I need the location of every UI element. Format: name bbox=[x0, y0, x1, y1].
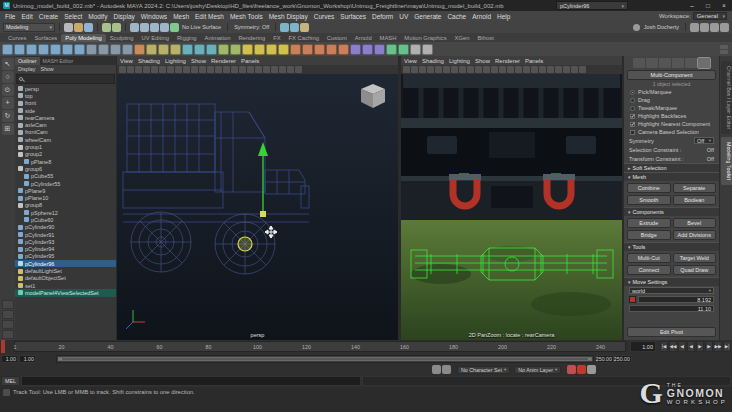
insert-edge-loop-icon[interactable] bbox=[266, 44, 277, 55]
symmetry-status[interactable]: Symmetry: Off bbox=[232, 24, 271, 30]
shelf-tab[interactable]: Curves bbox=[4, 34, 30, 42]
isolate-select-icon[interactable] bbox=[563, 66, 570, 73]
safe-title-icon[interactable] bbox=[223, 66, 230, 73]
viewport-menu-item[interactable]: Show bbox=[191, 58, 206, 64]
safe-action-icon[interactable] bbox=[215, 66, 222, 73]
vertex-mode-icon[interactable] bbox=[646, 58, 658, 68]
camera-attributes-icon[interactable] bbox=[419, 66, 426, 73]
face-mode-icon[interactable] bbox=[672, 58, 684, 68]
select-tool-icon[interactable]: ↖ bbox=[2, 58, 14, 70]
outliner-panel-tab[interactable]: Outliner bbox=[15, 57, 40, 65]
outliner-menu-item[interactable]: Show bbox=[40, 66, 53, 72]
outliner-item[interactable]: wheelCam bbox=[15, 136, 116, 143]
step-forward-frame-button[interactable]: ▶▶ bbox=[714, 341, 722, 352]
safe-title-icon[interactable] bbox=[507, 66, 514, 73]
maximize-button[interactable]: □ bbox=[700, 0, 716, 11]
shelf-tab[interactable]: Custom bbox=[323, 34, 351, 42]
outliner-item[interactable]: frontCam bbox=[15, 129, 116, 136]
outliner-item[interactable]: modelPanel4ViewSelectedSet bbox=[15, 289, 116, 296]
mesh-command-button[interactable]: Combine bbox=[627, 183, 671, 193]
move-settings-section[interactable]: Move Settings bbox=[624, 277, 719, 286]
smooth-icon[interactable] bbox=[218, 44, 229, 55]
play-forward-button[interactable]: ▶ bbox=[696, 341, 704, 352]
outliner-item[interactable]: pCube60 bbox=[15, 216, 116, 223]
paint-select-tool-icon[interactable]: ⊙ bbox=[2, 84, 14, 96]
playback-options-icon[interactable] bbox=[432, 365, 441, 374]
soft-selection-section[interactable]: Soft Selection bbox=[624, 163, 719, 172]
viewport-menu-item[interactable]: Lighting bbox=[165, 58, 186, 64]
shelf-tab[interactable]: Animation bbox=[201, 34, 235, 42]
poly-gear-icon[interactable] bbox=[86, 44, 97, 55]
viewport-menu-item[interactable]: Panels bbox=[525, 58, 543, 64]
bookmarks-icon[interactable] bbox=[143, 66, 150, 73]
grease-pencil-icon[interactable] bbox=[167, 66, 174, 73]
viewport-menu-item[interactable]: Renderer bbox=[495, 58, 520, 64]
viewport-menu-item[interactable]: View bbox=[404, 58, 417, 64]
component-command-button[interactable]: Bevel bbox=[673, 218, 717, 228]
multi-component-header[interactable]: Multi-Component bbox=[627, 70, 716, 80]
attribute-editor-toggle-icon[interactable] bbox=[690, 23, 699, 32]
checkbox[interactable] bbox=[630, 114, 635, 119]
range-slider-bar[interactable] bbox=[58, 357, 592, 361]
component-command-button[interactable]: Extrude bbox=[627, 218, 671, 228]
tool-settings-toggle-icon[interactable] bbox=[700, 23, 709, 32]
current-time-indicator[interactable] bbox=[1, 340, 5, 353]
outliner-item[interactable]: pCylinder94 bbox=[15, 246, 116, 253]
playback-end-field[interactable]: 250.00 bbox=[597, 355, 614, 363]
quad-draw-icon[interactable] bbox=[386, 44, 397, 55]
menu-item[interactable]: Mesh Display bbox=[266, 13, 311, 20]
persp-uv-layout-icon[interactable] bbox=[2, 330, 14, 339]
no-live-surface-label[interactable]: No Live Surface bbox=[180, 24, 223, 30]
outliner-item[interactable]: rearCamera bbox=[15, 114, 116, 121]
shelf-tab[interactable]: Motion Graphics bbox=[400, 34, 450, 42]
menu-item[interactable]: UV bbox=[396, 13, 411, 20]
extrude-icon[interactable] bbox=[290, 44, 301, 55]
current-frame-field[interactable]: 1.00 bbox=[630, 341, 656, 352]
outliner-item[interactable]: group8 bbox=[15, 202, 116, 209]
film-gate-icon[interactable] bbox=[467, 66, 474, 73]
average-vertices-icon[interactable] bbox=[374, 44, 385, 55]
components-section[interactable]: Components bbox=[624, 207, 719, 216]
wireframe-on-shaded-icon[interactable] bbox=[579, 66, 586, 73]
set-key-icon[interactable] bbox=[567, 365, 576, 374]
default-lighting-icon[interactable] bbox=[247, 66, 254, 73]
shelf-tab[interactable]: Rigging bbox=[173, 34, 201, 42]
menu-item[interactable]: Modify bbox=[85, 13, 110, 20]
persp-outliner-layout-icon[interactable] bbox=[2, 320, 14, 329]
checkbox[interactable] bbox=[630, 90, 635, 95]
append-to-poly-icon[interactable] bbox=[338, 44, 349, 55]
frame-all-icon[interactable] bbox=[231, 66, 238, 73]
edit-pivot-button[interactable]: Edit Pivot bbox=[627, 327, 716, 337]
menu-item[interactable]: Mesh bbox=[170, 13, 192, 20]
outliner-item[interactable]: pCylinder91 bbox=[15, 231, 116, 238]
frame-selection-icon[interactable] bbox=[523, 66, 530, 73]
animation-end-field[interactable]: 250.00 bbox=[615, 355, 632, 363]
toolkit-option[interactable]: Highlight Nearest Component bbox=[624, 120, 719, 128]
poly-cube-icon[interactable] bbox=[14, 44, 25, 55]
ambient-occlusion-icon[interactable] bbox=[263, 66, 270, 73]
save-scene-icon[interactable] bbox=[84, 23, 93, 32]
lasso-tool-icon[interactable]: ○ bbox=[2, 71, 14, 83]
multi-component-mode-icon[interactable] bbox=[698, 58, 710, 68]
viewport-menu-item[interactable]: Shading bbox=[422, 58, 444, 64]
outliner-item[interactable]: front bbox=[15, 100, 116, 107]
axis-orientation-dropdown[interactable]: world bbox=[629, 287, 714, 294]
frame-all-icon[interactable] bbox=[515, 66, 522, 73]
gate-mask-icon[interactable] bbox=[199, 66, 206, 73]
outliner-search[interactable] bbox=[16, 74, 115, 84]
viewport-menu-item[interactable]: Shading bbox=[138, 58, 160, 64]
viewport-menu-item[interactable]: View bbox=[120, 58, 133, 64]
toolkit-option[interactable]: Pick/Marquee bbox=[624, 88, 719, 96]
menu-item[interactable]: Edit bbox=[18, 13, 35, 20]
component-command-button[interactable]: Bridge bbox=[627, 230, 671, 240]
separate-icon[interactable] bbox=[158, 44, 169, 55]
move-tool-icon[interactable]: + bbox=[2, 97, 14, 109]
perspective-viewport-canvas[interactable]: persp bbox=[117, 74, 398, 340]
tool-command-button[interactable]: Multi-Cut bbox=[627, 253, 671, 263]
checkbox[interactable] bbox=[630, 106, 635, 111]
offset-edge-loop-icon[interactable] bbox=[278, 44, 289, 55]
multi-cut-icon[interactable] bbox=[242, 44, 253, 55]
shelf-tab[interactable]: XGen bbox=[451, 34, 474, 42]
menu-item[interactable]: Curves bbox=[311, 13, 338, 20]
poly-plane-icon[interactable] bbox=[62, 44, 73, 55]
